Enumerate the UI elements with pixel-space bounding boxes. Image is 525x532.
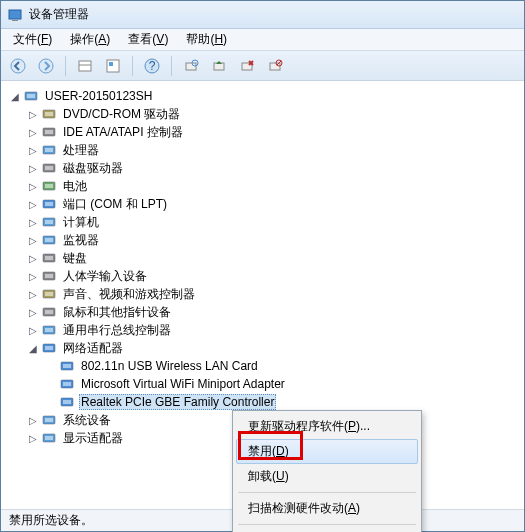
- titlebar[interactable]: 设备管理器: [1, 1, 524, 29]
- menu-separator: [238, 492, 416, 493]
- uninstall-button[interactable]: [236, 55, 258, 77]
- expander-icon[interactable]: ▷: [27, 108, 39, 120]
- status-text: 禁用所选设备。: [9, 512, 93, 529]
- svg-rect-56: [45, 418, 53, 422]
- tree-node[interactable]: ▷DVD/CD-ROM 驱动器: [5, 105, 524, 123]
- expander-icon[interactable]: [45, 396, 57, 408]
- svg-rect-34: [45, 220, 53, 224]
- tree-node[interactable]: ▷处理器: [5, 141, 524, 159]
- expander-icon[interactable]: ▷: [27, 234, 39, 246]
- back-button[interactable]: [7, 55, 29, 77]
- svg-rect-40: [45, 274, 53, 278]
- context-item[interactable]: 属性(R): [236, 528, 418, 532]
- expander-icon[interactable]: ▷: [27, 162, 39, 174]
- tree-node[interactable]: ▷人体学输入设备: [5, 267, 524, 285]
- node-label: 人体学输入设备: [61, 267, 149, 286]
- mouse-icon: [41, 304, 57, 320]
- disk-icon: [41, 160, 57, 176]
- menu-f[interactable]: 文件(F): [5, 29, 60, 50]
- tree-node[interactable]: ▷电池: [5, 177, 524, 195]
- node-label: 监视器: [61, 231, 101, 250]
- display-icon: [41, 430, 57, 446]
- svg-rect-36: [45, 238, 53, 242]
- menu-separator: [238, 524, 416, 525]
- context-item[interactable]: 更新驱动程序软件(P)...: [236, 414, 418, 439]
- forward-button[interactable]: [35, 55, 57, 77]
- cpu-icon: [41, 142, 57, 158]
- expander-icon[interactable]: ▷: [27, 306, 39, 318]
- netcard-icon: [59, 358, 75, 374]
- expander-icon[interactable]: ▷: [27, 288, 39, 300]
- context-item[interactable]: 禁用(D): [236, 439, 418, 464]
- svg-rect-58: [45, 436, 53, 440]
- node-label: 计算机: [61, 213, 101, 232]
- tree-node[interactable]: ◢网络适配器: [5, 339, 524, 357]
- node-label: 处理器: [61, 141, 101, 160]
- expander-icon[interactable]: ▷: [27, 324, 39, 336]
- node-label: Microsoft Virtual WiFi Miniport Adapter: [79, 376, 287, 392]
- svg-rect-46: [45, 328, 53, 332]
- tree-node[interactable]: 802.11n USB Wireless LAN Card: [5, 357, 524, 375]
- scan-button[interactable]: [180, 55, 202, 77]
- svg-rect-48: [45, 346, 53, 350]
- context-item[interactable]: 卸载(U): [236, 464, 418, 489]
- tree-node[interactable]: ▷磁盘驱动器: [5, 159, 524, 177]
- expander-icon[interactable]: ▷: [27, 126, 39, 138]
- node-label: 显示适配器: [61, 429, 125, 448]
- tree-node[interactable]: ▷端口 (COM 和 LPT): [5, 195, 524, 213]
- svg-rect-7: [109, 62, 113, 66]
- expander-icon[interactable]: ▷: [27, 270, 39, 282]
- separator: [65, 56, 66, 76]
- node-label: IDE ATA/ATAPI 控制器: [61, 123, 185, 142]
- ide-icon: [41, 124, 57, 140]
- context-item[interactable]: 扫描检测硬件改动(A): [236, 496, 418, 521]
- svg-rect-54: [63, 400, 71, 404]
- expander-icon[interactable]: ▷: [27, 216, 39, 228]
- expander-icon[interactable]: ▷: [27, 432, 39, 444]
- tree-node[interactable]: ▷IDE ATA/ATAPI 控制器: [5, 123, 524, 141]
- svg-rect-10: [186, 63, 196, 70]
- tree-node[interactable]: ◢USER-20150123SH: [5, 87, 524, 105]
- root-icon: [23, 88, 39, 104]
- tree-node[interactable]: Microsoft Virtual WiFi Miniport Adapter: [5, 375, 524, 393]
- expander-icon[interactable]: ▷: [27, 180, 39, 192]
- svg-rect-32: [45, 202, 53, 206]
- svg-rect-12: [214, 63, 224, 70]
- expander-icon[interactable]: ▷: [27, 144, 39, 156]
- help-button[interactable]: ?: [141, 55, 163, 77]
- node-label: 声音、视频和游戏控制器: [61, 285, 197, 304]
- sys-icon: [41, 412, 57, 428]
- toolbar: ?: [1, 51, 524, 81]
- expander-icon[interactable]: [45, 360, 57, 372]
- tree-node[interactable]: Realtek PCIe GBE Family Controller: [5, 393, 524, 411]
- menu-a[interactable]: 操作(A): [62, 29, 118, 50]
- update-button[interactable]: [208, 55, 230, 77]
- tree-node[interactable]: ▷通用串行总线控制器: [5, 321, 524, 339]
- expander-icon[interactable]: ◢: [9, 90, 21, 102]
- expander-icon[interactable]: [45, 378, 57, 390]
- expander-icon[interactable]: ▷: [27, 414, 39, 426]
- expander-icon[interactable]: ▷: [27, 198, 39, 210]
- tree-node[interactable]: ▷监视器: [5, 231, 524, 249]
- separator: [132, 56, 133, 76]
- node-label: 802.11n USB Wireless LAN Card: [79, 358, 260, 374]
- svg-text:?: ?: [149, 59, 156, 73]
- disable-button[interactable]: [264, 55, 286, 77]
- properties-button[interactable]: [102, 55, 124, 77]
- node-label: 键盘: [61, 249, 89, 268]
- expander-icon[interactable]: ▷: [27, 252, 39, 264]
- svg-rect-4: [79, 61, 91, 71]
- svg-rect-30: [45, 184, 53, 188]
- tree-node[interactable]: ▷声音、视频和游戏控制器: [5, 285, 524, 303]
- netcard-icon: [59, 376, 75, 392]
- expander-icon[interactable]: ◢: [27, 342, 39, 354]
- menu-v[interactable]: 查看(V): [120, 29, 176, 50]
- port-icon: [41, 196, 57, 212]
- show-hidden-button[interactable]: [74, 55, 96, 77]
- svg-rect-26: [45, 148, 53, 152]
- menu-h[interactable]: 帮助(H): [178, 29, 235, 50]
- tree-node[interactable]: ▷鼠标和其他指针设备: [5, 303, 524, 321]
- svg-rect-42: [45, 292, 53, 296]
- tree-node[interactable]: ▷计算机: [5, 213, 524, 231]
- tree-node[interactable]: ▷键盘: [5, 249, 524, 267]
